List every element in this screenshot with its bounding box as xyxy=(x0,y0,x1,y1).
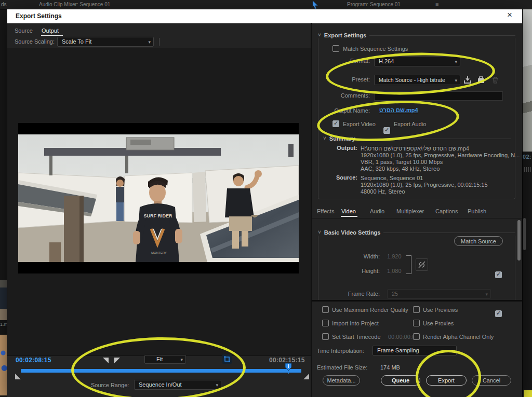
time-interpolation-select[interactable]: Frame Sampling ▾ xyxy=(373,346,457,355)
background-scrollbar[interactable] xyxy=(523,218,526,250)
preview-zoom-select[interactable]: Fit ▾ xyxy=(144,355,186,364)
project-clip-label: 1.m xyxy=(0,322,8,327)
queue-label: Queue xyxy=(392,377,409,384)
crop-output-button[interactable] xyxy=(222,354,232,364)
section-caret-icon: ˅ xyxy=(318,33,321,38)
export-audio-checkbox[interactable] xyxy=(383,127,390,134)
video-preview[interactable]: SURF RIDER MONTERY xyxy=(18,123,299,273)
tab-audio[interactable]: Audio xyxy=(370,208,384,214)
set-start-timecode-checkbox[interactable] xyxy=(322,333,329,340)
out-handle-icon[interactable] xyxy=(303,374,309,379)
basic-video-section-header[interactable]: ˅ Basic Video Settings xyxy=(318,229,515,236)
import-into-project-label: Import Into Project xyxy=(332,320,379,326)
match-source-button[interactable]: Match Source xyxy=(454,236,503,246)
max-render-quality-checkbox[interactable] xyxy=(322,306,329,313)
comments-input[interactable] xyxy=(374,91,503,101)
tab-captions[interactable]: Captions xyxy=(435,208,458,214)
use-proxies-label: Use Proxies xyxy=(423,320,454,326)
render-alpha-label: Render Alpha Channel Only xyxy=(423,334,494,340)
panel-name-fragment: ds xyxy=(1,2,7,7)
render-alpha-checkbox[interactable] xyxy=(413,333,420,340)
cancel-label: Cancel xyxy=(483,377,500,384)
summary-header: Summary xyxy=(329,135,355,142)
use-previews-checkbox[interactable] xyxy=(413,306,420,313)
program-ruler-ticks xyxy=(522,167,532,172)
shirt-text: SURF RIDER xyxy=(143,213,172,218)
set-out-point-icon[interactable] xyxy=(114,358,120,363)
chevron-down-icon: ▾ xyxy=(455,57,457,66)
frame-rate-select: 25 ▾ xyxy=(387,289,491,299)
source-range-label: Source Range: xyxy=(91,382,129,388)
summary-output-line: AAC, 320 kbps, 48 kHz, Stereo xyxy=(361,166,440,172)
panel-menu-icon[interactable]: ≡ xyxy=(435,1,438,7)
preset-select[interactable]: Match Source - High bitrate ▾ xyxy=(374,75,460,85)
export-video-checkbox[interactable] xyxy=(332,120,339,127)
in-handle-icon[interactable] xyxy=(15,374,21,379)
width-height-lock-checkbox[interactable] xyxy=(495,271,502,278)
app-top-bar: ds Audio Clip Mixer: Sequence 01 Program… xyxy=(0,0,532,10)
format-select[interactable]: H.264 ▾ xyxy=(374,56,460,66)
audio-clip-mixer-panel-title[interactable]: Audio Clip Mixer: Sequence 01 xyxy=(39,2,110,7)
project-thumbnail[interactable] xyxy=(0,335,8,395)
project-thumbnail[interactable] xyxy=(0,280,8,320)
program-monitor-panel-title[interactable]: Program: Sequence 01 xyxy=(347,2,401,7)
preset-value: Match Source - High bitrate xyxy=(379,77,445,83)
export-video-label: Export Video xyxy=(343,121,376,127)
current-timecode[interactable]: 00:02:08:15 xyxy=(16,357,51,364)
dialog-title-bar[interactable]: Export Settings × xyxy=(7,9,522,23)
tab-publish[interactable]: Publish xyxy=(468,208,486,214)
tab-effects[interactable]: Effects xyxy=(317,208,334,214)
summary-source-line: Sequence, Sequence 01 xyxy=(361,175,423,181)
set-start-timecode-label: Set Start Timecode xyxy=(332,334,381,340)
close-icon[interactable]: × xyxy=(507,10,512,20)
playhead-pin[interactable] xyxy=(284,363,292,376)
save-preset-icon[interactable] xyxy=(463,76,472,86)
basic-video-header: Basic Video Settings xyxy=(324,229,381,236)
summary-output-line: 1920x1080 (1.0), 25 fps, Progressive, Ha… xyxy=(361,152,520,158)
tab-multiplexer[interactable]: Multiplexer xyxy=(396,208,424,214)
preset-label: Preset: xyxy=(303,76,370,83)
match-sequence-checkbox[interactable] xyxy=(332,45,339,52)
metadata-button[interactable]: Metadata... xyxy=(323,375,360,386)
import-preset-icon[interactable] xyxy=(477,76,485,86)
preview-zoom-value: Fit xyxy=(156,356,163,362)
chevron-down-icon: ▾ xyxy=(180,356,183,364)
output-name-link[interactable]: שם הסרט.mp4 xyxy=(379,107,418,113)
frame-rate-match-checkbox[interactable] xyxy=(495,310,502,317)
tab-output[interactable]: Output xyxy=(42,28,59,34)
chevron-down-icon: ▾ xyxy=(216,381,218,390)
settings-scrollbar[interactable] xyxy=(517,220,521,261)
set-in-point-icon[interactable] xyxy=(103,358,109,363)
summary-section-header[interactable]: ˅ Summary xyxy=(323,135,511,142)
delete-preset-icon[interactable] xyxy=(491,76,499,86)
export-label: Export xyxy=(438,377,455,384)
link-width-height-button[interactable] xyxy=(416,258,428,271)
source-scaling-select[interactable]: Scale To Fit ▾ xyxy=(57,37,154,47)
use-proxies-checkbox[interactable] xyxy=(413,320,420,326)
import-into-project-checkbox[interactable] xyxy=(322,320,329,326)
metadata-label: Metadata... xyxy=(327,377,355,384)
comments-label: Comments: xyxy=(303,92,370,99)
summary-output-label: Output: xyxy=(325,145,357,151)
chevron-down-icon: ▾ xyxy=(148,38,151,47)
toolbar-separator xyxy=(159,38,159,46)
frame-rate-label: Frame Rate: xyxy=(309,291,380,297)
export-audio-label: Export Audio xyxy=(394,121,426,127)
video-frame-image: SURF RIDER MONTERY xyxy=(18,123,299,273)
timeline-clip-fragment xyxy=(524,390,532,397)
source-range-select[interactable]: Sequence In/Out ▾ xyxy=(134,380,221,390)
tab-source[interactable]: Source xyxy=(15,28,33,34)
queue-button[interactable]: Queue xyxy=(381,375,420,386)
match-source-label: Match Source xyxy=(461,238,496,244)
cancel-button[interactable]: Cancel xyxy=(472,375,511,386)
chevron-down-icon: ▾ xyxy=(485,290,488,299)
chevron-down-icon: ▾ xyxy=(455,76,457,85)
summary-source-line: 48000 Hz, Stereo xyxy=(361,188,405,195)
summary-output-line: VBR, 1 pass, Target 10.00 Mbps xyxy=(361,159,443,165)
export-button[interactable]: Export xyxy=(426,375,467,386)
timeline-scrubber[interactable] xyxy=(21,369,301,373)
tab-video[interactable]: Video xyxy=(341,208,356,214)
export-settings-section-header[interactable]: ˅ Export Settings xyxy=(318,32,515,38)
summary-source-label: Source: xyxy=(325,174,357,181)
time-interpolation-value: Frame Sampling xyxy=(377,347,419,353)
